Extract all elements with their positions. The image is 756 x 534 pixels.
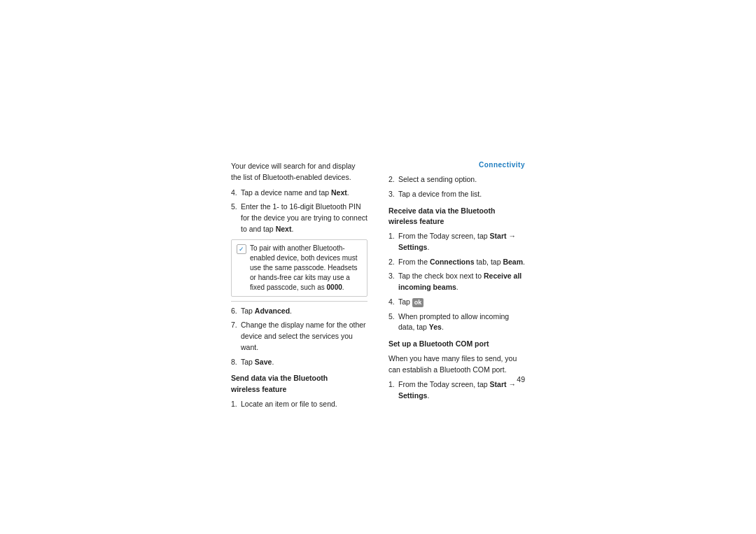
divider	[231, 301, 368, 302]
note-icon: ✓	[237, 244, 246, 254]
step-8: 8. Tap Save.	[231, 357, 368, 368]
step-6: 6. Tap Advanced.	[231, 306, 368, 317]
ok-badge: ok	[412, 298, 424, 308]
right-step-2: 2. Select a sending option.	[388, 174, 525, 185]
receive-step-1: 1. From the Today screen, tap Start → Se…	[388, 231, 525, 253]
step-4: 4. Tap a device name and tap Next.	[231, 188, 368, 199]
right-step-3: 3. Tap a device from the list.	[388, 189, 525, 200]
step-5: 5. Enter the 1- to 16-digit Bluetooth PI…	[231, 202, 368, 234]
receive-step-4: 4. Tap ok	[388, 297, 525, 308]
left-column: Your device will search for and display …	[231, 161, 368, 414]
receive-step-5: 5. When prompted to allow incoming data,…	[388, 311, 525, 334]
send-step-1: 1. Locate an item or file to send.	[231, 399, 368, 410]
note-box: ✓ To pair with another Bluetooth-enabled…	[231, 239, 368, 297]
page-container: Your device will search for and display …	[0, 0, 756, 534]
step-7: 7. Change the display name for the other…	[231, 320, 368, 353]
right-column: Connectivity 2. Select a sending option.…	[388, 161, 525, 414]
receive-data-heading: Receive data via the Bluetoothwireless f…	[388, 206, 525, 228]
send-data-heading: Send data via the Bluetoothwireless feat…	[231, 373, 368, 395]
intro-para: Your device will search for and display …	[231, 161, 368, 183]
com-step-1: 1. From the Today screen, tap Start → Se…	[388, 379, 525, 402]
connectivity-label: Connectivity	[388, 161, 525, 169]
page-number: 49	[517, 375, 525, 384]
com-port-intro: When you have many files to send, you ca…	[388, 353, 525, 376]
com-port-heading: Set up a Bluetooth COM port	[388, 339, 525, 350]
receive-step-2: 2. From the Connections tab, tap Beam.	[388, 257, 525, 268]
receive-step-3: 3. Tap the check box next to Receive all…	[388, 271, 525, 293]
content-area: Your device will search for and display …	[231, 161, 532, 414]
note-text: To pair with another Bluetooth-enabled d…	[250, 244, 362, 293]
